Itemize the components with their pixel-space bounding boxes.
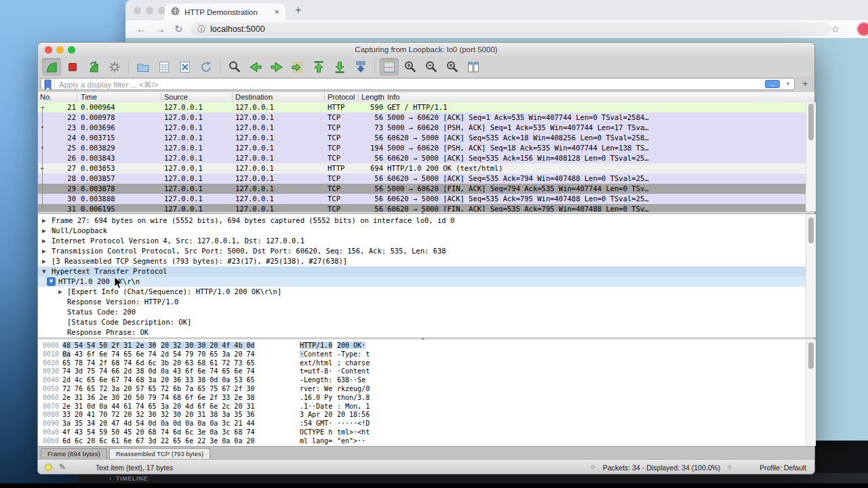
hex-bytes[interactable]: 72 76 65 72 3a 20 57 65 [62,385,156,394]
open-file-icon[interactable] [134,58,153,76]
restart-capture-icon[interactable] [84,58,103,76]
ascii-bytes[interactable]: ·Content [300,350,332,359]
expander-icon[interactable]: ▼ [47,277,56,286]
ascii-bytes[interactable]: rver: We [300,385,332,394]
tab-frame-bytes[interactable]: Frame (694 bytes) [41,448,107,460]
browser-tab[interactable]: HTTP Demonstration × [165,3,285,20]
filter-add-button[interactable]: + [802,79,808,89]
filter-apply-button[interactable]: → [765,80,780,88]
hex-bytes[interactable]: 72 6b 7a 65 75 67 2f 30 [161,385,254,394]
go-first-packet-icon[interactable] [309,58,328,76]
ascii-bytes[interactable]: 638··Se [337,376,366,385]
hex-bytes[interactable]: 4f 43 54 59 50 45 20 68 [62,428,156,437]
tab-reassembled-tcp[interactable]: Reassembled TCP (793 bytes) [109,448,211,460]
detail-row-3[interactable]: ▶Transmission Control Protocol, Src Port… [38,246,806,256]
hex-bytes[interactable]: 3b 20 63 68 61 72 73 65 [161,359,254,368]
ascii-bytes[interactable]: rkzeug/0 [337,385,370,394]
detail-row-1[interactable]: ▶Null/Loopback [38,226,806,236]
browser-close-button[interactable] [134,7,141,14]
ascii-bytes[interactable]: -Length: [300,376,332,385]
ascii-bytes[interactable]: t=utf-8· [300,367,332,376]
hex-row-00a0[interactable]: 00a04f 43 54 59 50 45 20 6874 6d 6c 3e 0… [38,428,806,437]
details-scrollbar[interactable] [806,214,816,338]
start-capture-icon[interactable] [42,58,61,76]
capture-comment-icon[interactable]: ✎ [59,462,66,472]
hex-bytes[interactable]: 74 6d 6c 3e 0a 3c 68 74 [161,428,254,437]
ascii-bytes[interactable]: ; charse [337,359,370,368]
hex-bytes[interactable]: 74 3d 75 74 66 2d 38 0d [62,367,156,376]
packet-list-scrollbar[interactable] [806,102,816,211]
detail-row-7[interactable]: ▶[Expert Info (Chat/Sequence): HTTP/1.0 … [38,287,806,297]
hex-row-0000[interactable]: 000048 54 54 50 2f 31 2e 3020 32 30 30 2… [38,342,806,350]
stop-capture-icon[interactable] [63,58,82,76]
detail-row-10[interactable]: [Status Code Description: OK] [38,317,806,327]
packet-row-28[interactable]: 280.003857127.0.0.1127.0.0.1TCP5660620 →… [38,174,806,184]
bytes-scrollbar[interactable] [806,340,816,446]
column-header-source[interactable]: Source [164,92,188,102]
wireshark-title-bar[interactable]: Capturing from Loopback: lo0 (port 5000) [38,43,814,58]
column-header-time[interactable]: Time [81,92,97,102]
expander-icon[interactable]: ▶ [42,256,46,266]
column-header-length[interactable]: Length [361,92,384,102]
go-to-packet-icon[interactable] [288,58,307,76]
ascii-bytes[interactable]: tml>·<ht [337,428,370,437]
hex-bytes[interactable]: 33 20 41 70 72 20 32 30 [62,411,156,420]
chevron-down-icon[interactable]: ▾ [787,81,789,87]
ascii-bytes[interactable]: ml lang= [300,437,332,446]
forward-icon[interactable]: → [155,23,165,35]
hex-row-0030[interactable]: 003074 3d 75 74 66 2d 38 0d0a 43 6f 6e 7… [38,367,806,376]
ascii-bytes[interactable]: :54 GMT· [300,420,332,428]
auto-scroll-icon[interactable] [351,58,370,76]
ascii-bytes[interactable]: HTTP/1.0 [300,342,332,350]
detail-row-9[interactable]: Status Code: 200 [38,307,806,317]
hex-bytes[interactable]: 2d 4c 65 6e 67 74 68 3a [62,376,156,385]
packet-row-25[interactable]: •250.003829127.0.0.1127.0.0.1TCP1945000 … [38,143,806,153]
display-filter-input[interactable] [58,79,657,90]
ascii-bytes[interactable]: -Type: t [337,350,370,359]
hex-bytes[interactable]: 22 65 6e 22 3e 0a 0a 20 [161,437,254,446]
column-header-info[interactable]: Info [387,92,399,102]
hex-bytes[interactable]: 74 68 6f 6e 2f 33 2e 38 [161,394,254,403]
go-back-icon[interactable] [246,58,265,76]
back-icon[interactable]: ← [136,23,146,35]
go-last-packet-icon[interactable] [330,58,349,76]
go-forward-icon[interactable] [267,58,286,76]
hex-bytes[interactable]: 2d 54 79 70 65 3a 20 74 [161,350,254,359]
packet-row-30[interactable]: 300.003888127.0.0.1127.0.0.1TCP5660620 →… [38,194,806,204]
hex-bytes[interactable]: 3a 20 4d 6f 6e 2c 20 31 [161,403,254,411]
expander-icon[interactable]: ▶ [42,246,46,256]
capture-options-icon[interactable] [105,58,124,76]
hex-row-0010[interactable]: 00100a 43 6f 6e 74 65 6e 742d 54 79 70 6… [38,350,806,359]
hex-bytes[interactable]: 65 78 74 2f 68 74 6d 6c [62,359,156,368]
hex-row-0070[interactable]: 00702e 31 0d 0a 44 61 74 653a 20 4d 6f 6… [38,403,806,411]
hex-bytes[interactable]: 0a 43 6f 6e 74 65 6e 74 [62,350,156,359]
reload-icon[interactable]: ↻ [174,23,183,35]
detail-row-2[interactable]: ▶Internet Protocol Version 4, Src: 127.0… [38,236,806,246]
selected-bytes[interactable]: 0a [62,350,71,358]
url-text[interactable]: localhost:5000 [210,24,265,34]
selected-bytes[interactable]: 20 32 30 30 20 4f 4b 0d [161,342,254,349]
packet-row-22[interactable]: 220.000978127.0.0.1127.0.0.1TCP565000 → … [38,113,806,123]
expander-icon[interactable]: ▶ [42,236,46,246]
display-filter-field[interactable]: → ▾ [41,78,795,90]
column-header-destination[interactable]: Destination [235,92,273,102]
find-packet-icon[interactable] [225,58,244,76]
detail-row-5[interactable]: ▼Hypertext Transfer Protocol [38,266,806,277]
ascii-bytes[interactable]: 3 Apr 20 [300,411,332,420]
hex-bytes[interactable]: 3a 35 34 20 47 4d 54 0d [62,420,156,428]
browser-profile-avatar[interactable] [856,22,868,37]
bytes[interactable]: Content [304,350,332,358]
zoom-in-icon[interactable] [401,58,420,76]
packet-row-24[interactable]: 240.003715127.0.0.1127.0.0.1TCP5660620 →… [38,133,806,143]
colorize-packets-icon[interactable] [380,58,399,76]
ascii-bytes[interactable]: 20 18:56 [337,411,370,420]
bytes[interactable]: 43 6f 6e 74 65 6e 74 [71,350,156,358]
new-tab-button[interactable]: + [295,4,301,16]
column-header-no[interactable]: No. [40,92,52,102]
expander-icon[interactable]: ▶ [58,287,62,297]
bookmark-star-icon[interactable]: ☆ [831,24,840,35]
zoom-original-icon[interactable] [443,58,462,76]
close-tab-icon[interactable]: × [274,7,279,16]
expert-info-icon[interactable] [45,464,52,471]
hex-row-0060[interactable]: 00602e 31 36 2e 30 20 50 7974 68 6f 6e 2… [38,394,806,403]
